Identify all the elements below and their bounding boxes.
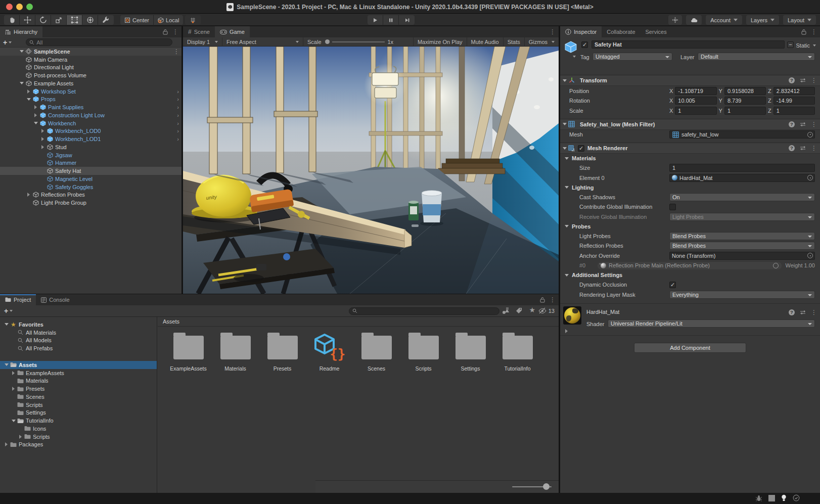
project-tree-item[interactable]: TutorialInfo <box>0 417 157 425</box>
layer-dropdown[interactable]: Default <box>698 53 815 61</box>
stats-button[interactable]: Stats <box>504 37 525 47</box>
panel-menu-icon[interactable]: ⋮ <box>172 28 178 35</box>
asset-grid-item[interactable]: Scripts <box>400 330 447 480</box>
object-picker-icon[interactable] <box>807 253 813 258</box>
object-picker-icon[interactable] <box>807 175 813 180</box>
transform-tool-button[interactable] <box>82 15 98 25</box>
project-tree-item[interactable]: Scenes <box>0 393 157 401</box>
rect-tool-button[interactable] <box>67 15 82 25</box>
maximize-on-play-button[interactable]: Maximize On Play <box>413 37 467 47</box>
shader-dropdown[interactable]: Universal Render Pipeline/Lit <box>608 319 815 328</box>
project-tree-item[interactable]: Presets <box>0 385 157 393</box>
hierarchy-scene-row[interactable]: SampleScene ⋮ <box>0 48 181 56</box>
help-icon[interactable]: ? <box>789 121 795 127</box>
cloud-collab-button[interactable] <box>686 15 702 25</box>
asset-grid-item[interactable]: {}Readme <box>306 330 353 480</box>
search-by-label-icon[interactable] <box>515 307 523 315</box>
hierarchy-item[interactable]: Directional Light <box>0 64 181 72</box>
hierarchy-item[interactable]: Construction Light Low› <box>0 111 181 119</box>
asset-grid-item[interactable]: ExampleAssets <box>165 330 212 480</box>
layers-dropdown[interactable]: Layers <box>746 15 779 25</box>
mesh-object-field[interactable]: safety_hat_low <box>669 130 815 139</box>
active-checkbox[interactable]: ✓ <box>581 41 588 48</box>
lightbulb-icon[interactable] <box>781 494 787 501</box>
mute-audio-button[interactable]: Mute Audio <box>467 37 504 47</box>
account-dropdown[interactable]: Account <box>706 15 742 25</box>
prefab-children-chevron[interactable]: › <box>177 136 179 142</box>
thumbnail-zoom-knob[interactable] <box>543 483 550 490</box>
scene-menu-icon[interactable]: ⋮ <box>173 48 179 55</box>
tab-services[interactable]: Services <box>641 26 672 37</box>
presets-icon[interactable] <box>800 145 806 151</box>
frame-icon[interactable] <box>768 495 775 501</box>
prefab-children-chevron[interactable]: › <box>177 88 179 95</box>
create-asset-button[interactable]: + <box>4 307 8 315</box>
hierarchy-item[interactable]: Stud <box>0 143 181 151</box>
project-tree-item[interactable]: Scripts <box>0 433 157 441</box>
hierarchy-item[interactable]: Light Probe Group <box>0 199 181 207</box>
hierarchy-item[interactable]: Main Camera <box>0 56 181 64</box>
space-local-button[interactable]: Local <box>154 15 183 25</box>
layout-dropdown[interactable]: Layout <box>783 15 816 25</box>
prefab-children-chevron[interactable]: › <box>177 112 179 118</box>
lock-icon[interactable] <box>163 29 168 35</box>
panel-menu-icon[interactable]: ⋮ <box>811 28 817 35</box>
scale-x-field[interactable]: 1 <box>675 107 716 115</box>
hierarchy-item[interactable]: Props› <box>0 96 181 104</box>
component-header[interactable]: Safety_hat_low (Mesh Filter)?⋮ <box>560 119 820 130</box>
tab-project[interactable]: Project <box>0 294 36 305</box>
aspect-dropdown[interactable]: Free Aspect <box>222 37 303 47</box>
hierarchy-item[interactable]: Safety Hat <box>0 167 181 175</box>
display-dropdown[interactable]: Display 1 <box>183 37 222 47</box>
hierarchy-item[interactable]: Workbench› <box>0 119 181 127</box>
hierarchy-item[interactable]: Post-process Volume <box>0 71 181 79</box>
pivot-center-button[interactable]: Center <box>120 15 154 25</box>
project-tree-item[interactable]: Materials <box>0 377 157 385</box>
rotation-x-field[interactable]: 10.005 <box>675 97 716 105</box>
foldout-materials[interactable]: Materials <box>560 154 820 163</box>
project-tree-item[interactable]: Settings <box>0 409 157 417</box>
material-header[interactable]: HardHat_Mat?⋮ShaderUniversal Render Pipe… <box>560 304 820 335</box>
lock-icon[interactable] <box>540 297 545 303</box>
tab-hierarchy[interactable]: Hierarchy <box>0 26 42 37</box>
position-z-field[interactable]: 2.832412 <box>773 87 815 95</box>
scale-tool-button[interactable] <box>51 15 67 25</box>
pause-button[interactable] <box>383 15 399 25</box>
help-icon[interactable]: ? <box>789 77 795 83</box>
project-tree-item[interactable]: Icons <box>0 425 157 433</box>
rotation-z-field[interactable]: -14.99 <box>773 97 815 105</box>
presets-icon[interactable] <box>800 77 806 83</box>
move-tool-button[interactable] <box>20 15 35 25</box>
tag-dropdown[interactable]: Untagged <box>593 53 672 61</box>
progressive-lightmapper-icon[interactable] <box>668 15 682 25</box>
hidden-count-eye-icon[interactable] <box>538 307 546 315</box>
rotate-tool-button[interactable] <box>35 15 51 25</box>
favorites-root[interactable]: ★Favorites <box>0 320 157 329</box>
progress-check-icon[interactable] <box>793 494 800 501</box>
asset-grid-item[interactable]: Scenes <box>353 330 400 480</box>
help-icon[interactable]: ? <box>789 309 795 315</box>
panel-menu-icon[interactable]: ⋮ <box>550 28 556 35</box>
presets-icon[interactable] <box>800 121 806 127</box>
hierarchy-item[interactable]: Workbench_LOD0› <box>0 127 181 135</box>
hierarchy-search-input[interactable]: All <box>26 38 172 46</box>
hierarchy-item[interactable]: Workbench_LOD1› <box>0 135 181 143</box>
favorite-search-icon[interactable]: ★ <box>529 306 535 314</box>
position-x-field[interactable]: -1.108719 <box>675 87 716 95</box>
tab-game[interactable]: Game <box>215 26 250 37</box>
prefab-children-chevron[interactable]: › <box>177 120 179 126</box>
hierarchy-item[interactable]: Paint Supplies› <box>0 103 181 111</box>
prefab-children-chevron[interactable]: › <box>177 104 179 110</box>
grid-snap-button[interactable] <box>185 15 201 25</box>
help-icon[interactable]: ? <box>789 145 795 151</box>
component-menu-icon[interactable]: ⋮ <box>811 121 817 128</box>
add-gameobject-button[interactable]: + <box>3 38 7 47</box>
hierarchy-item[interactable]: Jigsaw <box>0 151 181 159</box>
scale-z-field[interactable]: 1 <box>773 107 815 115</box>
presets-icon[interactable] <box>800 309 806 315</box>
hierarchy-item[interactable]: Safety Goggles <box>0 183 181 191</box>
favorites-item[interactable]: All Models <box>0 337 157 345</box>
asset-grid-item[interactable]: TutorialInfo <box>494 330 541 480</box>
rotation-y-field[interactable]: 8.739 <box>724 97 766 105</box>
prefab-children-chevron[interactable]: › <box>177 96 179 102</box>
